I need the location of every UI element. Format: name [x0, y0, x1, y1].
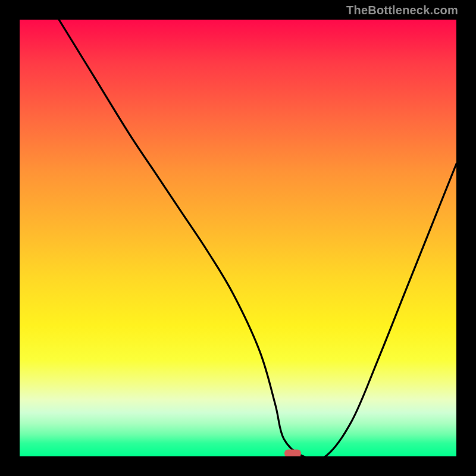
plot-area: [20, 20, 456, 456]
bottleneck-marker: [284, 449, 301, 456]
watermark-text: TheBottleneck.com: [346, 4, 458, 17]
heatmap-gradient: [20, 20, 456, 456]
chart-container: TheBottleneck.com: [0, 0, 476, 476]
